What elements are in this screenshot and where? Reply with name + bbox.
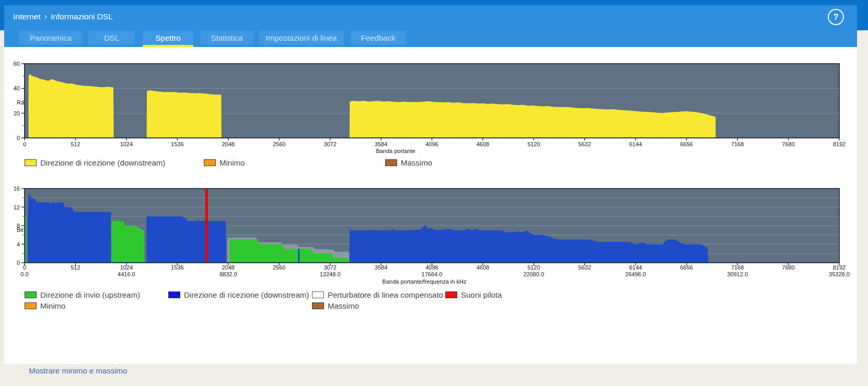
legend-swatch	[25, 291, 37, 298]
tab-label: Panoramica	[30, 33, 72, 42]
tab-statistica[interactable]: Statistica	[200, 31, 253, 45]
legend-label: Perturbatore di linea compensato	[328, 290, 443, 299]
snr-chart-title: Rapporto segnale-rumore in dB	[17, 99, 97, 106]
tab-dsl[interactable]: DSL	[88, 31, 135, 45]
legend-item: Direzione di invio (upstream)	[25, 290, 140, 299]
show-minmax-link[interactable]: Mostrare minimo e massimo	[29, 366, 127, 375]
legend-item: Direzione di ricezione (downstream)	[25, 158, 165, 167]
bit-chart-title: Bit	[17, 227, 24, 233]
legend-swatch	[204, 159, 216, 166]
legend-label: Massimo	[401, 158, 432, 167]
tab-impostazioni-di-linea[interactable]: Impostazioni di linea	[259, 31, 344, 45]
content-card: Rapporto segnale-rumore in dB Bit Mostra…	[4, 47, 857, 364]
tab-panoramica[interactable]: Panoramica	[19, 31, 83, 45]
legend-label: Massimo	[328, 301, 359, 310]
bit-chart-legend-row2: MinimoMassimo	[0, 301, 868, 311]
tab-label: Spettro	[155, 33, 180, 42]
tab-spettro[interactable]: Spettro	[143, 31, 193, 45]
legend-swatch	[312, 291, 324, 298]
legend-label: Minimo	[40, 301, 65, 310]
legend-item: Perturbatore di linea compensato	[312, 290, 443, 299]
legend-swatch	[445, 291, 457, 298]
legend-item: Minimo	[25, 301, 65, 310]
header-panel: Internet›Informazioni DSL ? PanoramicaDS…	[4, 5, 857, 47]
legend-swatch	[25, 302, 37, 309]
tab-label: DSL	[104, 33, 119, 42]
legend-item: Massimo	[385, 158, 432, 167]
tab-feedback[interactable]: Feedback	[351, 31, 406, 45]
legend-swatch	[25, 159, 37, 166]
legend-swatch	[385, 159, 397, 166]
tab-label: Statistica	[211, 33, 243, 42]
legend-label: Direzione di invio (upstream)	[40, 290, 140, 299]
legend-label: Minimo	[219, 158, 245, 167]
legend-item: Massimo	[312, 301, 359, 310]
legend-item: Minimo	[204, 158, 245, 167]
tab-label: Impostazioni di linea	[266, 33, 337, 42]
legend-item: Suoni pilota	[445, 290, 502, 299]
bit-chart-legend-row1: Direzione di invio (upstream)Direzione d…	[0, 290, 868, 300]
legend-item: Direzione di ricezione (downstream)	[168, 290, 309, 299]
legend-swatch	[168, 291, 180, 298]
snr-chart-legend: Direzione di ricezione (downstream)Minim…	[0, 158, 868, 168]
legend-label: Direzione di ricezione (downstream)	[40, 158, 165, 167]
legend-label: Suoni pilota	[461, 290, 502, 299]
tab-label: Feedback	[361, 33, 396, 42]
tab-bar: PanoramicaDSLSpettroStatisticaImpostazio…	[4, 5, 857, 47]
legend-label: Direzione di ricezione (downstream)	[184, 290, 309, 299]
legend-swatch	[312, 302, 324, 309]
